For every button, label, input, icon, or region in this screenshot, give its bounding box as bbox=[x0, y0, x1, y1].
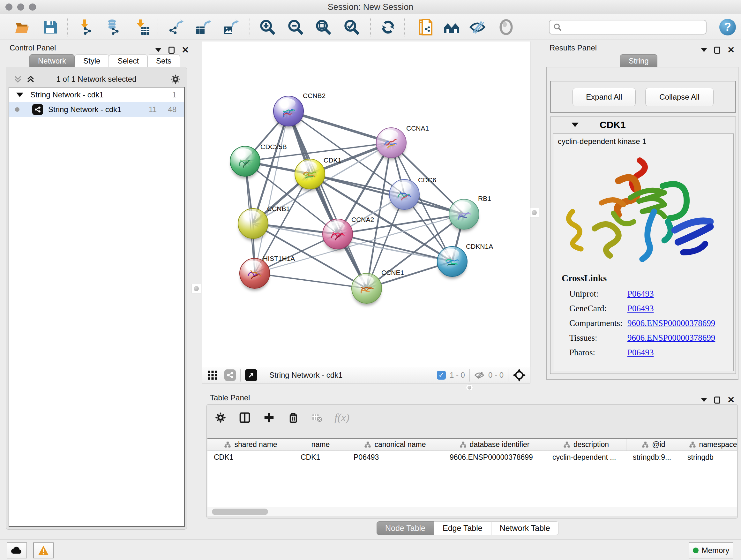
table-settings-gear-icon[interactable] bbox=[214, 412, 226, 424]
crosslink-tissues[interactable]: 9606.ENSP00000378699 bbox=[627, 333, 715, 343]
show-eye-icon bbox=[498, 19, 515, 36]
warnings-button[interactable] bbox=[33, 543, 54, 558]
import-network-button[interactable] bbox=[77, 18, 95, 36]
node-cdc6[interactable] bbox=[389, 179, 420, 210]
node-ccne1[interactable] bbox=[351, 273, 382, 304]
import-table-button[interactable] bbox=[133, 18, 151, 36]
save-session-button[interactable] bbox=[42, 18, 59, 36]
network-collection-row[interactable]: String Network - cdk1 1 bbox=[9, 87, 184, 102]
export-image-button[interactable] bbox=[222, 18, 240, 36]
close-panel-icon[interactable]: ✕ bbox=[182, 45, 189, 55]
column-header[interactable]: @id bbox=[626, 439, 681, 450]
node-ccna2[interactable] bbox=[322, 219, 353, 249]
open-session-button[interactable] bbox=[13, 18, 31, 36]
node-rb1[interactable] bbox=[449, 199, 479, 230]
crosslink-label: Uniprot: bbox=[569, 289, 599, 299]
search-input[interactable] bbox=[549, 20, 706, 35]
float-panel-icon[interactable] bbox=[169, 47, 175, 54]
refresh-button[interactable] bbox=[379, 18, 397, 36]
zoom-fit-button[interactable] bbox=[314, 18, 332, 36]
tab-sets[interactable]: Sets bbox=[147, 54, 180, 67]
vertical-splitter-handle[interactable] bbox=[529, 208, 539, 217]
node-ccnb1[interactable] bbox=[238, 208, 268, 239]
column-header[interactable]: shared name bbox=[207, 439, 294, 450]
crosslink-pharos[interactable]: P06493 bbox=[627, 348, 654, 358]
results-panel-body: Expand All Collapse All CDK1 cyclin-depe… bbox=[546, 67, 738, 380]
hide-selected-button[interactable] bbox=[468, 18, 486, 36]
tab-network[interactable]: Network bbox=[29, 54, 75, 67]
node-hist1h1a[interactable] bbox=[239, 258, 270, 289]
export-table-button[interactable] bbox=[194, 18, 212, 36]
crosslink-compartments[interactable]: 9606.ENSP00000378699 bbox=[627, 318, 715, 328]
help-button[interactable]: ? bbox=[719, 19, 736, 36]
float-panel-icon[interactable] bbox=[714, 396, 720, 403]
node-cdc25b[interactable] bbox=[230, 146, 260, 177]
collection-expand-icon[interactable] bbox=[16, 92, 23, 97]
zoom-out-button[interactable] bbox=[286, 18, 305, 36]
node-label-ccna1: CCNA1 bbox=[406, 125, 429, 132]
crosslink-genecard[interactable]: P06493 bbox=[627, 304, 654, 314]
panel-menu-icon[interactable] bbox=[701, 398, 707, 402]
float-panel-icon[interactable] bbox=[714, 47, 720, 54]
network-document-button[interactable] bbox=[416, 18, 434, 36]
selected-checkbox-icon[interactable]: ✓ bbox=[437, 371, 446, 380]
column-header[interactable]: description bbox=[546, 439, 626, 450]
close-panel-icon[interactable]: ✕ bbox=[727, 395, 735, 405]
column-header[interactable]: name bbox=[294, 439, 347, 450]
grid-view-icon[interactable] bbox=[207, 370, 218, 381]
scrollbar-thumb[interactable] bbox=[212, 509, 268, 515]
table-row[interactable]: CDK1 CDK1 P06493 9606.ENSP00000378699 cy… bbox=[207, 451, 737, 463]
zoom-selected-button[interactable] bbox=[343, 18, 360, 36]
show-all-button[interactable] bbox=[497, 18, 515, 36]
close-panel-icon[interactable]: ✕ bbox=[727, 45, 735, 55]
node-ccna1[interactable] bbox=[376, 127, 407, 158]
cloud-button[interactable] bbox=[7, 543, 27, 558]
detach-view-icon[interactable] bbox=[245, 369, 257, 381]
show-columns-icon[interactable] bbox=[239, 412, 251, 424]
tab-style[interactable]: Style bbox=[75, 54, 109, 67]
node-cdkn1a[interactable] bbox=[437, 246, 468, 277]
tab-node-table[interactable]: Node Table bbox=[377, 521, 434, 535]
network-canvas[interactable]: CCNB2CCNA1CDC25BCDK1CDC6RB1CCNB1CCNA2CDK… bbox=[202, 42, 530, 367]
node-cdk1[interactable] bbox=[294, 159, 325, 189]
tab-select[interactable]: Select bbox=[109, 54, 147, 67]
expand-all-button[interactable]: Expand All bbox=[572, 88, 636, 106]
network-row-selected[interactable]: String Network - cdk1 11 48 bbox=[9, 102, 184, 117]
vertical-splitter-handle[interactable] bbox=[192, 284, 201, 294]
crosslinks-title: CrossLinks bbox=[562, 273, 607, 284]
delete-column-trash-icon[interactable] bbox=[287, 412, 299, 424]
column-header[interactable]: database identifier bbox=[443, 439, 546, 450]
node-ccnb2[interactable] bbox=[273, 96, 304, 126]
home-button[interactable] bbox=[443, 18, 461, 36]
table-header-row: shared name name canonical name database… bbox=[207, 439, 737, 451]
tab-edge-table[interactable]: Edge Table bbox=[434, 521, 491, 535]
column-header[interactable]: namespace bbox=[681, 439, 741, 450]
import-network-icon bbox=[78, 19, 95, 36]
panel-menu-icon[interactable] bbox=[155, 48, 161, 52]
horizontal-splitter-handle[interactable] bbox=[466, 384, 473, 391]
network-overview-icon[interactable] bbox=[224, 369, 236, 381]
protein-structure-thumbnail bbox=[243, 263, 266, 284]
zoom-in-button[interactable] bbox=[259, 18, 276, 36]
node-label-ccne1: CCNE1 bbox=[381, 269, 404, 276]
network-options-gear-icon[interactable] bbox=[170, 74, 181, 84]
section-collapse-icon[interactable] bbox=[571, 123, 579, 127]
gene-section-header[interactable]: CDK1 bbox=[550, 117, 736, 133]
network-panel-body: 1 of 1 Network selected String Network -… bbox=[6, 67, 187, 530]
network-badge-icon bbox=[32, 104, 43, 115]
crosslink-uniprot[interactable]: P06493 bbox=[627, 289, 654, 299]
column-header[interactable]: canonical name bbox=[347, 439, 443, 450]
panel-menu-icon[interactable] bbox=[701, 48, 707, 52]
memory-button[interactable]: Memory bbox=[689, 543, 733, 558]
horizontal-scrollbar[interactable] bbox=[207, 507, 737, 516]
tab-network-table[interactable]: Network Table bbox=[491, 521, 559, 535]
hidden-eye-icon[interactable] bbox=[474, 370, 484, 380]
export-network-button[interactable] bbox=[167, 18, 185, 36]
import-database-button[interactable] bbox=[105, 18, 122, 36]
memory-status-dot bbox=[693, 548, 698, 553]
tab-string[interactable]: String bbox=[620, 54, 657, 67]
gene-section: CDK1 cyclin-dependent kinase 1 bbox=[550, 117, 736, 374]
add-column-icon[interactable] bbox=[263, 412, 275, 424]
birds-eye-crosshair-icon[interactable] bbox=[513, 369, 526, 381]
collapse-all-button[interactable]: Collapse All bbox=[645, 88, 714, 106]
